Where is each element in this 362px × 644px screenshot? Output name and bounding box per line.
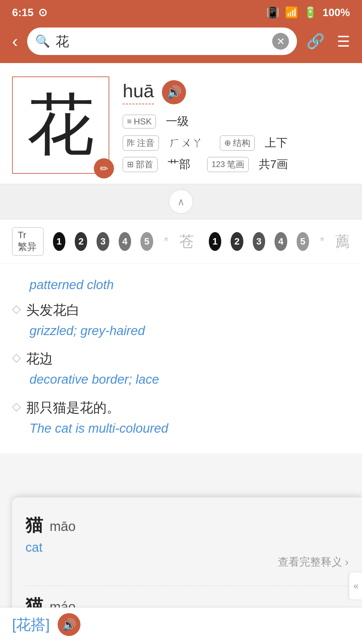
font-label: Tr 繁异 xyxy=(12,227,44,256)
back-button[interactable]: ‹ xyxy=(9,29,20,54)
bottom-speaker-icon: 🔊 xyxy=(62,618,76,631)
search-icon: 🔍 xyxy=(35,34,50,48)
header: ‹ 🔍 ✕ 🔗 ☰ xyxy=(0,23,362,63)
stroke-2[interactable]: 2 xyxy=(75,232,87,251)
link-button[interactable]: 🔗 xyxy=(304,30,327,53)
pronunciation-tag: 阼 注音 xyxy=(123,136,159,151)
popup-collapse-button[interactable]: « xyxy=(349,573,362,599)
diamond-1: ◇ xyxy=(12,302,21,315)
diamond-2: ◇ xyxy=(12,351,21,364)
battery-icon: 🔋 xyxy=(304,6,317,19)
status-right: 📳 📶 🔋 100% xyxy=(266,6,350,19)
speaker-icon: 🔊 xyxy=(167,85,182,99)
def-english-1: grizzled; grey-haired xyxy=(12,322,350,340)
structure-icon: ⊕ xyxy=(224,138,231,148)
def-item-1: ◇ 头发花白 grizzled; grey-haired xyxy=(12,301,350,340)
pronunciation-icon: 阼 xyxy=(127,138,135,148)
structure-value: 上下 xyxy=(265,135,288,151)
pronunciation-row: 阼 注音 ㄏㄨㄚ ⊕ 结构 上下 xyxy=(123,135,350,151)
status-bar: 6:15 ⊙ 📳 📶 🔋 100% xyxy=(0,0,362,23)
clear-button[interactable]: ✕ xyxy=(272,33,289,50)
strokes-value: 共7画 xyxy=(259,157,288,172)
def-item-2: ◇ 花边 decorative border; lace xyxy=(12,349,350,388)
def-chinese-1: 头发花白 xyxy=(26,301,80,319)
popup-divider xyxy=(25,586,349,586)
search-bar: 🔍 ✕ xyxy=(27,28,297,55)
radical-icon: ⊞ xyxy=(127,160,134,169)
edit-icon: ✏ xyxy=(100,163,108,174)
hsk-level: 一级 xyxy=(166,114,189,129)
stroke-8[interactable]: 3 xyxy=(253,232,265,251)
variant-char-1: 苍 xyxy=(179,232,194,252)
menu-button[interactable]: ☰ xyxy=(334,30,353,53)
status-left: 6:15 ⊙ xyxy=(12,6,47,19)
strokes-tag: 123 笔画 xyxy=(207,157,249,172)
radical-row: ⊞ 部首 艹部 123 笔画 共7画 xyxy=(123,157,350,172)
status-icon: ⊙ xyxy=(38,6,47,19)
stroke-4[interactable]: 4 xyxy=(119,232,131,251)
def-chinese-3: 那只猫是花的。 xyxy=(26,398,120,417)
diamond-3: ◇ xyxy=(12,399,21,413)
radical-label: 部首 xyxy=(136,159,153,170)
character-box: 花 ✏ xyxy=(12,76,109,174)
bottom-audio-button[interactable]: 🔊 xyxy=(58,613,80,636)
pronunciation-value: ㄏㄨㄚ xyxy=(169,135,203,151)
stroke-10[interactable]: 5 xyxy=(297,232,309,251)
edit-button[interactable]: ✏ xyxy=(94,158,114,178)
char-info: huā 🔊 ≡ HSK 一级 阼 注音 ㄏㄨㄚ ⊕ xyxy=(123,76,350,172)
chevron-left-icon: « xyxy=(353,581,359,591)
stroke-6[interactable]: 1 xyxy=(209,232,221,251)
view-full-arrow-1: › xyxy=(345,556,349,568)
wifi-icon: 📶 xyxy=(285,6,298,19)
search-input[interactable] xyxy=(56,34,267,49)
def-entry-1: ◇ 头发花白 xyxy=(12,301,350,319)
def-entry-2: ◇ 花边 xyxy=(12,349,350,368)
def-english-top: patterned cloth xyxy=(12,276,350,294)
clear-icon: ✕ xyxy=(277,36,285,47)
definitions-section: patterned cloth ◇ 头发花白 grizzled; grey-ha… xyxy=(0,264,362,453)
stroke-1[interactable]: 1 xyxy=(53,232,65,251)
strokes-icon: 123 xyxy=(212,160,225,169)
audio-button[interactable]: 🔊 xyxy=(162,80,186,104)
stroke-5[interactable]: 5 xyxy=(140,232,153,251)
battery-percent: 100% xyxy=(322,6,350,19)
variant-char-2: 薦 xyxy=(335,232,350,252)
def-english-3: The cat is multi-coloured xyxy=(12,420,350,437)
popup-char-1: 猫 xyxy=(25,514,43,537)
hsk-icon: ≡ xyxy=(127,117,132,126)
def-chinese-2: 花边 xyxy=(26,349,53,368)
variant-star-1: * xyxy=(164,234,169,249)
bottom-bar: [花搭] 🔊 xyxy=(0,607,362,644)
def-english-2: decorative border; lace xyxy=(12,371,350,388)
popup-meaning-1: cat xyxy=(25,540,349,555)
collapse-button[interactable]: ∧ xyxy=(169,190,193,214)
hsk-tag: ≡ HSK xyxy=(123,115,156,128)
view-full-def-1[interactable]: 查看完整释义 › xyxy=(278,555,349,570)
pinyin-row: huā 🔊 xyxy=(123,80,350,104)
info-grid: ≡ HSK 一级 阼 注音 ㄏㄨㄚ ⊕ 结构 上下 ⊞ xyxy=(123,114,350,172)
view-full-label-1: 查看完整释义 xyxy=(278,555,342,570)
collapse-icon: ∧ xyxy=(177,196,185,208)
def-item-3: ◇ 那只猫是花的。 The cat is multi-coloured xyxy=(12,398,350,437)
structure-label: 结构 xyxy=(233,137,250,149)
pinyin-text: huā xyxy=(123,80,154,104)
strokes-label: 笔画 xyxy=(227,159,244,170)
stroke-3[interactable]: 3 xyxy=(97,232,109,251)
vibration-icon: 📳 xyxy=(266,6,280,19)
popup-entry-1: 猫 māo cat 查看完整释义 › xyxy=(25,514,349,578)
structure-tag: ⊕ 结构 xyxy=(220,136,255,151)
stroke-9[interactable]: 4 xyxy=(275,232,287,251)
popup-word-row-1: 猫 māo xyxy=(25,514,349,537)
status-time: 6:15 xyxy=(12,6,34,19)
hsk-row: ≡ HSK 一级 xyxy=(123,114,350,129)
def-entry-3: ◇ 那只猫是花的。 xyxy=(12,398,350,417)
character-display: 花 xyxy=(27,92,94,159)
font-row: Tr 繁异 1 2 3 4 5 * 苍 1 2 3 4 5 * 薦 xyxy=(0,219,362,264)
stroke-7[interactable]: 2 xyxy=(231,232,243,251)
variant-star-2: * xyxy=(320,234,324,249)
bottom-compound[interactable]: [花搭] xyxy=(12,615,50,635)
radical-tag: ⊞ 部首 xyxy=(123,157,158,172)
radical-value: 艹部 xyxy=(168,157,190,172)
popup-pinyin-1: māo xyxy=(50,519,76,534)
collapse-bar: ∧ xyxy=(0,184,362,219)
